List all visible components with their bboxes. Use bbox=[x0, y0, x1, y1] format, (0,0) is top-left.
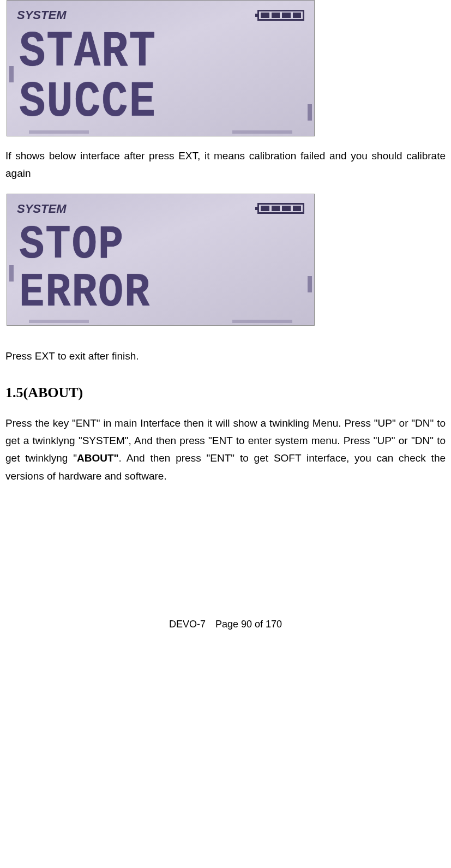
lcd-screenshot-success: SYSTEM START SUCCE bbox=[7, 0, 315, 136]
page-footer: DEVO-7 Page 90 of 170 bbox=[5, 616, 446, 633]
battery-icon bbox=[257, 203, 304, 214]
section-heading-about: 1.5(ABOUT) bbox=[5, 381, 446, 405]
paragraph-calibration-failed: If shows below interface after press EXT… bbox=[5, 147, 446, 183]
lcd-line1: START bbox=[19, 28, 157, 76]
lcd-header-label: SYSTEM bbox=[17, 199, 66, 219]
lcd-screenshot-error: SYSTEM STOP ERROR bbox=[7, 194, 315, 326]
battery-icon bbox=[257, 10, 304, 21]
lcd-line1: STOP bbox=[19, 222, 124, 268]
lcd-header-label: SYSTEM bbox=[17, 5, 66, 25]
lcd-line2: ERROR bbox=[19, 270, 151, 316]
lcd-line2: SUCCE bbox=[19, 79, 157, 126]
paragraph-about: Press the key "ENT" in main Interface th… bbox=[5, 415, 446, 485]
paragraph-press-ext: Press EXT to exit after finish. bbox=[5, 348, 446, 365]
paragraph-about-bold: ABOUT" bbox=[77, 452, 119, 464]
